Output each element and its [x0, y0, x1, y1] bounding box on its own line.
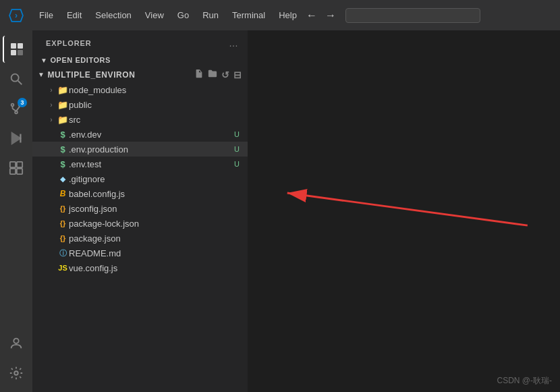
- main-area: 3: [0, 30, 560, 392]
- tree-item-src[interactable]: › 📁 src: [32, 112, 248, 127]
- public-folder-icon: 📁: [57, 100, 69, 110]
- tree-item-package-json[interactable]: {} package.json: [32, 231, 248, 246]
- refresh-icon[interactable]: ↺: [221, 69, 230, 80]
- env-test-icon: $: [57, 159, 69, 169]
- env-dev-icon: $: [57, 130, 69, 140]
- svg-point-20: [13, 339, 18, 343]
- activity-search[interactable]: [3, 65, 30, 92]
- tree-item-node-modules[interactable]: › 📁 node_modules: [32, 82, 248, 97]
- app-logo: ›: [0, 0, 32, 30]
- nav-arrows: ← →: [304, 8, 339, 23]
- sidebar-header: EXPLORER …: [32, 30, 248, 53]
- svg-line-12: [13, 109, 17, 111]
- vue-config-label: vue.config.js: [69, 263, 248, 273]
- tree-item-vue-config[interactable]: JS vue.config.js: [32, 260, 248, 275]
- menu-selection[interactable]: Selection: [88, 0, 138, 30]
- workspace-actions: ↺ ⊟: [194, 69, 242, 80]
- search-bar[interactable]: [345, 8, 480, 23]
- menu-help[interactable]: Help: [272, 0, 304, 30]
- node-modules-chevron: ›: [46, 86, 57, 94]
- tree-item-env-test[interactable]: $ .env.test U: [32, 157, 248, 171]
- svg-line-7: [18, 81, 22, 85]
- open-editors-label: OPEN EDITORS: [50, 56, 111, 64]
- menu-edit[interactable]: Edit: [60, 0, 88, 30]
- open-editors-section[interactable]: ▼ OPEN EDITORS: [32, 53, 248, 67]
- new-folder-icon[interactable]: [208, 69, 217, 80]
- tree-item-gitignore[interactable]: ◆ .gitignore: [32, 171, 248, 186]
- babel-config-label: babel.config.js: [69, 189, 248, 199]
- env-dev-label: .env.dev: [69, 130, 234, 140]
- svg-rect-5: [18, 50, 23, 55]
- svg-point-8: [11, 104, 14, 107]
- activity-settings[interactable]: [3, 360, 30, 387]
- file-tree: › 📁 node_modules › 📁 public › 📁 src: [32, 82, 248, 392]
- package-lock-label: package-lock.json: [69, 219, 248, 229]
- nav-forward[interactable]: →: [323, 8, 339, 23]
- svg-point-6: [11, 74, 19, 82]
- tree-item-env-production[interactable]: $ .env.production U: [32, 142, 248, 157]
- svg-rect-18: [10, 169, 16, 174]
- workspace-label: MULTIPLE_ENVIRON: [48, 70, 194, 80]
- svg-rect-3: [18, 43, 23, 49]
- src-folder-icon: 📁: [57, 115, 69, 125]
- sidebar-title: EXPLORER: [46, 39, 92, 47]
- nav-back[interactable]: ←: [304, 8, 320, 23]
- node-modules-folder-icon: 📁: [57, 85, 69, 95]
- jsconfig-icon: {}: [57, 204, 69, 213]
- menu-file[interactable]: File: [32, 0, 60, 30]
- gitignore-icon: ◆: [57, 175, 69, 184]
- env-production-icon: $: [57, 144, 69, 155]
- open-editors-chevron: ▼: [40, 57, 47, 64]
- env-test-label: .env.test: [69, 159, 234, 169]
- activity-run[interactable]: [3, 125, 30, 152]
- collapse-icon[interactable]: ⊟: [233, 69, 242, 80]
- readme-label: README.md: [69, 248, 248, 258]
- svg-line-23: [287, 193, 528, 225]
- sidebar-overflow-button[interactable]: …: [227, 37, 240, 49]
- package-lock-icon: {}: [57, 219, 69, 227]
- svg-point-21: [14, 371, 18, 375]
- src-label: src: [69, 115, 248, 125]
- menu-go[interactable]: Go: [171, 0, 196, 30]
- content-area: CSDN @-耿瑞-: [248, 30, 560, 392]
- svg-rect-4: [11, 50, 16, 55]
- new-file-icon[interactable]: [194, 69, 204, 80]
- env-production-status: U: [234, 145, 248, 153]
- env-dev-status: U: [234, 130, 248, 138]
- annotation-arrow: [248, 30, 560, 392]
- activity-source-control[interactable]: 3: [3, 95, 30, 122]
- menu-terminal[interactable]: Terminal: [225, 0, 272, 30]
- tree-item-babel-config[interactable]: B babel.config.js: [32, 186, 248, 201]
- node-modules-label: node_modules: [69, 85, 248, 95]
- svg-point-10: [15, 111, 18, 114]
- env-production-label: .env.production: [69, 144, 234, 155]
- tree-item-jsconfig[interactable]: {} jsconfig.json: [32, 201, 248, 216]
- menu-view[interactable]: View: [138, 0, 171, 30]
- sidebar: EXPLORER … ▼ OPEN EDITORS ▼ MULTIPLE_ENV…: [32, 30, 248, 392]
- svg-text:›: ›: [15, 10, 18, 20]
- tree-item-readme[interactable]: ⓘ README.md: [32, 246, 248, 260]
- jsconfig-label: jsconfig.json: [69, 204, 248, 214]
- tree-item-package-lock[interactable]: {} package-lock.json: [32, 216, 248, 231]
- src-chevron: ›: [46, 116, 57, 123]
- vue-config-icon: JS: [57, 264, 69, 272]
- activity-bar: 3: [0, 30, 32, 392]
- activity-extensions[interactable]: [3, 155, 30, 181]
- tree-item-env-dev[interactable]: $ .env.dev U: [32, 127, 248, 142]
- workspace-section[interactable]: ▼ MULTIPLE_ENVIRON ↺ ⊟: [32, 67, 248, 82]
- watermark: CSDN @-耿瑞-: [497, 375, 552, 387]
- public-label: public: [69, 100, 248, 110]
- menu-bar: File Edit Selection View Go Run Terminal…: [32, 0, 560, 30]
- sidebar-actions: …: [227, 37, 240, 49]
- source-control-badge: 3: [18, 98, 27, 107]
- activity-explorer[interactable]: [3, 36, 30, 63]
- tree-item-public[interactable]: › 📁 public: [32, 97, 248, 112]
- svg-rect-17: [17, 162, 22, 167]
- public-chevron: ›: [46, 101, 57, 109]
- package-json-label: package.json: [69, 233, 248, 244]
- activity-accounts[interactable]: [3, 330, 30, 357]
- svg-line-13: [16, 106, 20, 111]
- menu-run[interactable]: Run: [196, 0, 225, 30]
- svg-rect-19: [17, 169, 22, 174]
- activity-bottom: [3, 330, 30, 392]
